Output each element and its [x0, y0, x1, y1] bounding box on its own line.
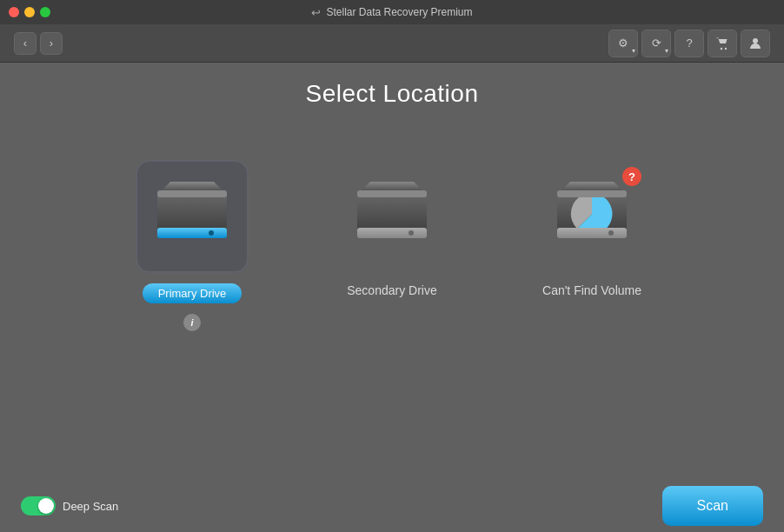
main-content: Select Location: [0, 63, 784, 532]
cant-find-volume-label: Can't Find Volume: [542, 283, 641, 297]
drives-container: Primary Drive i: [136, 160, 648, 331]
cart-button[interactable]: [708, 30, 736, 57]
svg-rect-12: [557, 228, 627, 238]
secondary-drive-item[interactable]: Secondary Drive: [336, 160, 448, 297]
help-group: ?: [674, 30, 704, 57]
settings-group: ⚙ ▾: [608, 30, 638, 57]
svg-rect-10: [357, 190, 427, 197]
cant-find-volume-icon: [548, 177, 635, 256]
secondary-drive-icon-wrapper: [336, 160, 448, 273]
cart-icon: [715, 37, 729, 50]
secondary-drive-label: Secondary Drive: [347, 283, 437, 297]
user-icon: [748, 37, 762, 50]
svg-point-0: [721, 47, 722, 49]
toolbar-icons: ⚙ ▾ ⟳ ▾ ?: [608, 30, 770, 57]
primary-drive-item[interactable]: Primary Drive i: [136, 160, 249, 331]
settings-dropdown-arrow: ▾: [632, 47, 635, 55]
svg-point-9: [409, 230, 414, 236]
minimize-button[interactable]: [24, 7, 35, 17]
cart-group: [708, 30, 737, 57]
toggle-knob: [38, 498, 54, 514]
svg-point-1: [725, 47, 727, 49]
history-dropdown-arrow: ▾: [665, 47, 668, 55]
history-group: ⟳ ▾: [641, 30, 671, 57]
primary-drive-icon-wrapper: [136, 160, 249, 273]
window-controls: [9, 7, 50, 17]
nav-buttons: ‹ ›: [14, 32, 63, 55]
history-icon: ⟳: [652, 37, 661, 50]
close-button[interactable]: [9, 7, 19, 17]
primary-drive-label: Primary Drive: [143, 283, 243, 303]
deep-scan-switch[interactable]: [21, 496, 56, 515]
back-arrow-icon: ↩: [311, 6, 321, 19]
app-title: Stellar Data Recovery Premium: [326, 6, 472, 18]
user-group: [741, 30, 770, 57]
user-button[interactable]: [741, 30, 769, 57]
maximize-button[interactable]: [40, 7, 50, 17]
svg-rect-8: [357, 228, 427, 238]
help-icon: ?: [686, 37, 692, 50]
deep-scan-label: Deep Scan: [63, 500, 118, 513]
nav-forward-button[interactable]: ›: [40, 32, 63, 55]
forward-chevron-icon: ›: [50, 37, 53, 50]
back-chevron-icon: ‹: [23, 37, 27, 50]
primary-drive-info-icon[interactable]: i: [183, 314, 201, 331]
app-title-area: ↩ Stellar Data Recovery Premium: [311, 6, 472, 19]
cant-find-volume-item[interactable]: ?: [535, 160, 648, 297]
page-title: Select Location: [306, 80, 479, 108]
history-button[interactable]: ⟳ ▾: [642, 30, 670, 57]
gear-icon: ⚙: [618, 37, 628, 50]
cant-find-volume-icon-wrapper: ?: [535, 160, 648, 273]
scan-button[interactable]: Scan: [662, 486, 763, 526]
deep-scan-toggle: Deep Scan: [21, 496, 118, 515]
svg-point-13: [608, 230, 614, 236]
primary-drive-icon: [149, 177, 236, 256]
settings-button[interactable]: ⚙ ▾: [609, 30, 637, 57]
question-badge: ?: [622, 167, 641, 186]
footer: Deep Scan Scan: [0, 480, 784, 532]
title-bar: ↩ Stellar Data Recovery Premium: [0, 0, 784, 24]
nav-back-button[interactable]: ‹: [14, 32, 37, 55]
svg-rect-14: [557, 190, 627, 197]
svg-point-5: [209, 230, 214, 236]
svg-rect-6: [157, 190, 227, 197]
toolbar: ‹ › ⚙ ▾ ⟳ ▾ ?: [0, 24, 784, 63]
svg-point-2: [753, 38, 758, 43]
secondary-drive-icon: [349, 177, 435, 256]
help-button[interactable]: ?: [675, 30, 703, 57]
svg-rect-4: [157, 228, 227, 238]
